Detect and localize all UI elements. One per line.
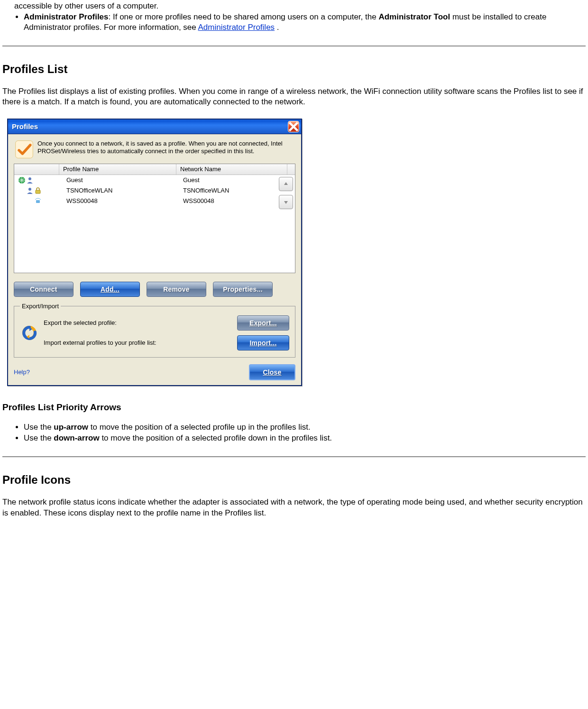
admin-text-1: : If one or more profiles need to be sha… bbox=[109, 12, 379, 21]
admin-tool-bold: Administrator Tool bbox=[378, 12, 450, 21]
table-row[interactable]: TSNOfficeWLAN TSNOfficeWLAN bbox=[14, 185, 295, 196]
connect-button[interactable]: Connect bbox=[14, 282, 74, 297]
profiles-list-desc: The Profiles list displays a list of exi… bbox=[2, 86, 586, 107]
svg-point-2 bbox=[28, 177, 31, 180]
intro-admin-item: Administrator Profiles: If one or more p… bbox=[24, 12, 586, 32]
user-icon bbox=[26, 187, 34, 194]
export-import-legend: Export/Import bbox=[20, 303, 61, 310]
table-header: Profile Name Network Name bbox=[14, 164, 295, 175]
divider-2 bbox=[2, 456, 586, 457]
close-icon[interactable] bbox=[288, 121, 299, 132]
checkmark-icon bbox=[14, 139, 35, 160]
lock-icon bbox=[34, 187, 42, 194]
col-profile-name[interactable]: Profile Name bbox=[59, 164, 176, 175]
move-up-button[interactable] bbox=[279, 177, 293, 191]
admin-profiles-link[interactable]: Administrator Profiles bbox=[198, 23, 275, 32]
export-label: Export the selected profile: bbox=[44, 319, 232, 326]
cell-network: WSS00048 bbox=[179, 197, 295, 204]
add-button[interactable]: Add... bbox=[80, 282, 140, 297]
divider-1 bbox=[2, 46, 586, 46]
profiles-dialog: Profiles Once you connect to a network, … bbox=[7, 119, 302, 386]
table-row[interactable]: Guest Guest bbox=[14, 175, 295, 185]
svg-rect-5 bbox=[36, 200, 40, 203]
cell-profile: WSS00048 bbox=[63, 197, 179, 204]
profile-icons-heading: Profile Icons bbox=[2, 473, 586, 487]
user-icon bbox=[26, 176, 34, 184]
intro-fragment: accessible by other users of a computer. bbox=[14, 1, 586, 11]
admin-bold: Administrator Profiles bbox=[24, 12, 109, 21]
col-network-name[interactable]: Network Name bbox=[176, 164, 287, 175]
dialog-titlebar[interactable]: Profiles bbox=[8, 120, 301, 134]
svg-point-3 bbox=[28, 188, 31, 191]
signal-icon bbox=[34, 197, 42, 205]
cell-network: TSNOfficeWLAN bbox=[179, 187, 295, 194]
remove-button[interactable]: Remove bbox=[147, 282, 206, 297]
profiles-list-heading: Profiles List bbox=[2, 63, 586, 76]
admin-text-3: . bbox=[275, 23, 279, 32]
profiles-table: Profile Name Network Name Guest Guest bbox=[14, 164, 295, 273]
table-row[interactable]: WSS00048 WSS00048 bbox=[14, 196, 295, 206]
close-button[interactable]: Close bbox=[249, 364, 295, 380]
priority-up-item: Use the up-arrow to move the position of… bbox=[24, 422, 586, 432]
priority-down-item: Use the down-arrow to move the position … bbox=[24, 433, 586, 443]
properties-button[interactable]: Properties... bbox=[213, 282, 273, 297]
intro-fragment-text: accessible by other users of a computer. bbox=[14, 1, 158, 10]
svg-rect-4 bbox=[36, 190, 40, 193]
dialog-intro-text: Once you connect to a network, it is sav… bbox=[37, 139, 295, 156]
priority-heading: Profiles List Priority Arrows bbox=[2, 402, 586, 413]
priority-list: Use the up-arrow to move the position of… bbox=[2, 422, 586, 443]
cell-profile: TSNOfficeWLAN bbox=[63, 187, 179, 194]
globe-icon bbox=[18, 176, 26, 184]
export-import-group: Export/Import Export the selected profil… bbox=[14, 303, 295, 358]
export-button[interactable]: Export... bbox=[237, 315, 289, 331]
cell-profile: Guest bbox=[63, 176, 179, 184]
import-button[interactable]: Import... bbox=[237, 335, 289, 350]
cell-network: Guest bbox=[179, 176, 295, 184]
move-down-button[interactable] bbox=[279, 195, 293, 209]
sync-icon bbox=[20, 323, 39, 342]
import-label: Import external profiles to your profile… bbox=[44, 339, 232, 346]
dialog-title: Profiles bbox=[12, 122, 38, 130]
help-link[interactable]: Help? bbox=[14, 368, 30, 376]
profile-icons-desc: The network profile status icons indicat… bbox=[2, 497, 586, 518]
intro-list: accessible by other users of a computer.… bbox=[2, 1, 586, 32]
